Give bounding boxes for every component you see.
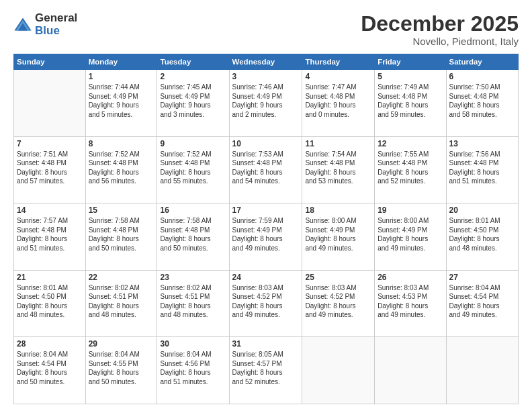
table-row: 30Sunrise: 8:04 AM Sunset: 4:56 PM Dayli… (157, 337, 229, 404)
table-row (14, 70, 86, 137)
day-info: Sunrise: 8:03 AM Sunset: 4:52 PM Dayligh… (305, 283, 371, 320)
col-wednesday: Wednesday (229, 54, 302, 70)
location: Novello, Piedmont, Italy (361, 36, 519, 47)
day-number: 29 (89, 339, 154, 349)
day-number: 8 (89, 139, 154, 148)
day-number: 22 (89, 273, 154, 282)
col-tuesday: Tuesday (157, 54, 229, 70)
table-row: 8Sunrise: 7:52 AM Sunset: 4:48 PM Daylig… (85, 136, 157, 203)
day-number: 7 (17, 139, 83, 148)
table-row: 5Sunrise: 7:49 AM Sunset: 4:48 PM Daylig… (375, 70, 446, 137)
table-row: 27Sunrise: 8:04 AM Sunset: 4:54 PM Dayli… (446, 270, 518, 337)
table-row: 14Sunrise: 7:57 AM Sunset: 4:48 PM Dayli… (14, 203, 86, 271)
day-number: 5 (378, 72, 443, 81)
table-row: 12Sunrise: 7:55 AM Sunset: 4:48 PM Dayli… (375, 136, 446, 203)
col-monday: Monday (85, 54, 157, 70)
table-row: 9Sunrise: 7:52 AM Sunset: 4:48 PM Daylig… (157, 136, 229, 203)
day-info: Sunrise: 8:04 AM Sunset: 4:54 PM Dayligh… (17, 350, 83, 386)
day-info: Sunrise: 7:46 AM Sunset: 4:49 PM Dayligh… (232, 83, 300, 119)
table-row: 24Sunrise: 8:03 AM Sunset: 4:52 PM Dayli… (229, 270, 302, 337)
day-number: 26 (378, 273, 443, 282)
day-number: 3 (232, 72, 300, 81)
day-info: Sunrise: 7:52 AM Sunset: 4:48 PM Dayligh… (160, 150, 226, 186)
page: General Blue December 2025 Novello, Pied… (0, 0, 532, 411)
table-row: 31Sunrise: 8:05 AM Sunset: 4:57 PM Dayli… (229, 337, 302, 404)
day-info: Sunrise: 7:56 AM Sunset: 4:48 PM Dayligh… (449, 150, 515, 186)
calendar-header: Sunday Monday Tuesday Wednesday Thursday… (14, 54, 519, 70)
day-number: 13 (449, 139, 515, 148)
table-row: 21Sunrise: 8:01 AM Sunset: 4:50 PM Dayli… (14, 270, 86, 337)
day-number: 15 (89, 205, 154, 215)
col-friday: Friday (375, 54, 446, 70)
day-info: Sunrise: 7:47 AM Sunset: 4:48 PM Dayligh… (305, 83, 371, 119)
logo: General Blue (13, 12, 77, 37)
col-thursday: Thursday (302, 54, 375, 70)
day-info: Sunrise: 7:52 AM Sunset: 4:48 PM Dayligh… (89, 150, 154, 186)
logo-blue-text: Blue (35, 25, 77, 38)
day-number: 25 (305, 273, 371, 282)
day-info: Sunrise: 7:49 AM Sunset: 4:48 PM Dayligh… (378, 83, 443, 119)
day-info: Sunrise: 8:05 AM Sunset: 4:57 PM Dayligh… (232, 350, 300, 386)
table-row (302, 337, 375, 404)
table-row: 2Sunrise: 7:45 AM Sunset: 4:49 PM Daylig… (157, 70, 229, 137)
day-info: Sunrise: 8:03 AM Sunset: 4:52 PM Dayligh… (232, 283, 300, 320)
day-info: Sunrise: 7:44 AM Sunset: 4:49 PM Dayligh… (89, 83, 154, 119)
table-row: 20Sunrise: 8:01 AM Sunset: 4:50 PM Dayli… (446, 203, 518, 271)
table-row (446, 337, 518, 404)
day-number: 27 (449, 273, 515, 282)
day-number: 12 (378, 139, 443, 148)
month-title: December 2025 (361, 12, 519, 36)
table-row: 26Sunrise: 8:03 AM Sunset: 4:53 PM Dayli… (375, 270, 446, 337)
day-info: Sunrise: 7:51 AM Sunset: 4:48 PM Dayligh… (17, 150, 83, 186)
table-row: 28Sunrise: 8:04 AM Sunset: 4:54 PM Dayli… (14, 337, 86, 404)
table-row: 11Sunrise: 7:54 AM Sunset: 4:48 PM Dayli… (302, 136, 375, 203)
day-number: 16 (160, 205, 226, 215)
calendar-body: 1Sunrise: 7:44 AM Sunset: 4:49 PM Daylig… (14, 70, 519, 404)
day-info: Sunrise: 8:03 AM Sunset: 4:53 PM Dayligh… (378, 283, 443, 320)
day-info: Sunrise: 7:55 AM Sunset: 4:48 PM Dayligh… (378, 150, 443, 186)
day-number: 14 (17, 205, 83, 215)
table-row: 1Sunrise: 7:44 AM Sunset: 4:49 PM Daylig… (85, 70, 157, 137)
col-sunday: Sunday (14, 54, 86, 70)
day-number: 23 (160, 273, 226, 282)
day-info: Sunrise: 8:01 AM Sunset: 4:50 PM Dayligh… (17, 283, 83, 320)
day-info: Sunrise: 7:45 AM Sunset: 4:49 PM Dayligh… (160, 83, 226, 119)
table-row: 19Sunrise: 8:00 AM Sunset: 4:49 PM Dayli… (375, 203, 446, 271)
day-info: Sunrise: 7:53 AM Sunset: 4:48 PM Dayligh… (232, 150, 300, 186)
day-number: 24 (232, 273, 300, 282)
day-number: 11 (305, 139, 371, 148)
table-row: 6Sunrise: 7:50 AM Sunset: 4:48 PM Daylig… (446, 70, 518, 137)
table-row: 10Sunrise: 7:53 AM Sunset: 4:48 PM Dayli… (229, 136, 302, 203)
logo-general-text: General (35, 12, 77, 25)
header-row: Sunday Monday Tuesday Wednesday Thursday… (14, 54, 519, 70)
day-info: Sunrise: 8:00 AM Sunset: 4:49 PM Dayligh… (378, 216, 443, 253)
calendar-week-row: 28Sunrise: 8:04 AM Sunset: 4:54 PM Dayli… (14, 337, 519, 404)
table-row: 16Sunrise: 7:58 AM Sunset: 4:48 PM Dayli… (157, 203, 229, 271)
table-row: 29Sunrise: 8:04 AM Sunset: 4:55 PM Dayli… (85, 337, 157, 404)
day-number: 17 (232, 205, 300, 215)
day-info: Sunrise: 8:04 AM Sunset: 4:55 PM Dayligh… (89, 350, 154, 386)
day-number: 4 (305, 72, 371, 81)
table-row: 4Sunrise: 7:47 AM Sunset: 4:48 PM Daylig… (302, 70, 375, 137)
day-info: Sunrise: 7:54 AM Sunset: 4:48 PM Dayligh… (305, 150, 371, 186)
calendar-week-row: 7Sunrise: 7:51 AM Sunset: 4:48 PM Daylig… (14, 136, 519, 203)
day-number: 10 (232, 139, 300, 148)
calendar-week-row: 14Sunrise: 7:57 AM Sunset: 4:48 PM Dayli… (14, 203, 519, 271)
day-info: Sunrise: 7:58 AM Sunset: 4:48 PM Dayligh… (160, 216, 226, 253)
table-row (375, 337, 446, 404)
table-row: 15Sunrise: 7:58 AM Sunset: 4:48 PM Dayli… (85, 203, 157, 271)
table-row: 22Sunrise: 8:02 AM Sunset: 4:51 PM Dayli… (85, 270, 157, 337)
day-number: 31 (232, 339, 300, 349)
table-row: 25Sunrise: 8:03 AM Sunset: 4:52 PM Dayli… (302, 270, 375, 337)
calendar-table: Sunday Monday Tuesday Wednesday Thursday… (13, 54, 519, 404)
day-number: 28 (17, 339, 83, 349)
day-info: Sunrise: 8:02 AM Sunset: 4:51 PM Dayligh… (160, 283, 226, 320)
day-number: 30 (160, 339, 226, 349)
day-info: Sunrise: 7:59 AM Sunset: 4:49 PM Dayligh… (232, 216, 300, 253)
day-info: Sunrise: 7:58 AM Sunset: 4:48 PM Dayligh… (89, 216, 154, 253)
day-number: 21 (17, 273, 83, 282)
day-info: Sunrise: 8:00 AM Sunset: 4:49 PM Dayligh… (305, 216, 371, 253)
day-number: 19 (378, 205, 443, 215)
table-row: 7Sunrise: 7:51 AM Sunset: 4:48 PM Daylig… (14, 136, 86, 203)
title-block: December 2025 Novello, Piedmont, Italy (361, 12, 519, 47)
